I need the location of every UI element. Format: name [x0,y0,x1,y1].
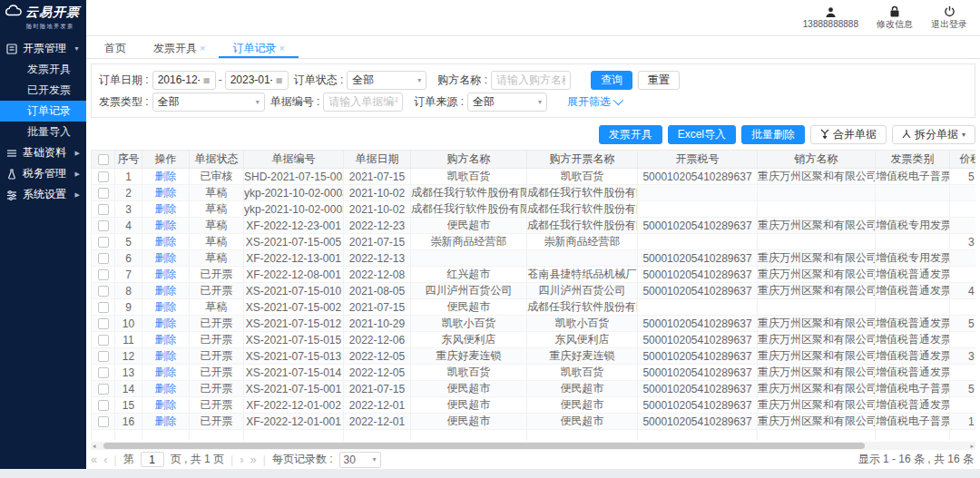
last-page-button[interactable]: » [250,453,257,466]
delete-link[interactable]: 删除 [155,300,177,313]
expand-filters-link[interactable]: 展开筛选 [567,94,621,110]
tab-home[interactable]: 首页 [91,36,140,58]
delete-link[interactable]: 删除 [155,202,177,215]
row-checkbox[interactable] [98,188,109,199]
row-checkbox[interactable] [98,351,109,362]
sidebar-item-order-records[interactable]: 订单记录 [0,101,86,122]
sidebar-item-batch-import[interactable]: 批量导入 [0,122,86,142]
doc-no-label: 单据编号 : [270,94,320,110]
logout-button[interactable]: 退出登录 [931,5,967,31]
delete-link[interactable]: 删除 [155,349,177,362]
batch-delete-button[interactable]: 批量删除 [741,125,805,144]
row-checkbox[interactable] [98,367,109,378]
delete-link[interactable]: 删除 [155,235,177,248]
row-checkbox[interactable] [98,253,109,264]
cell-amount: 3 [950,348,976,365]
delete-link[interactable]: 删除 [155,284,177,297]
row-checkbox[interactable] [98,302,109,313]
row-checkbox[interactable] [98,237,109,248]
date-to-input[interactable]: ▦ [225,71,289,90]
row-checkbox[interactable] [98,286,109,297]
sidebar-section-invoice-management[interactable]: 开票管理 ▼ [0,38,86,59]
sidebar-item-system-settings[interactable]: 系统设置 ▶ [0,184,86,205]
tab-order-records[interactable]: 订单记录× [219,36,298,58]
delete-link[interactable]: 删除 [155,333,177,346]
cell-status: 草稿 [190,185,244,201]
buyer-name-input[interactable] [491,71,571,90]
delete-link[interactable]: 删除 [155,170,177,182]
page-size-select[interactable]: 30 ▾ [339,452,381,468]
row-checkbox[interactable] [98,335,109,346]
issue-invoice-button[interactable]: 发票开具 [599,125,662,144]
calendar-icon: ▦ [276,76,283,84]
close-icon[interactable]: × [279,43,284,54]
merge-docs-button[interactable]: 合并单据 [810,125,887,144]
scroll-left-arrow[interactable]: ◂ [93,442,96,450]
doc-no-input[interactable] [323,93,403,112]
select-all-checkbox[interactable] [98,154,109,165]
user-phone[interactable]: 13888888888 [803,6,858,29]
excel-import-button[interactable]: Excel导入 [668,125,736,144]
delete-link[interactable]: 删除 [155,366,177,378]
delete-link[interactable]: 删除 [155,317,177,329]
first-page-button[interactable]: « [91,453,97,466]
cell-seller: 重庆万州区聚和有限公司 [758,218,876,234]
next-page-button[interactable]: › [240,453,243,466]
row-checkbox[interactable] [98,416,109,427]
page-count-label: 页 , 共 1 页 [171,452,224,467]
split-docs-button[interactable]: 拆分单据 ▾ [892,125,975,144]
sidebar-item-basic-data[interactable]: 基础资料 ▶ [0,142,86,163]
reset-button[interactable]: 重置 [638,71,680,90]
scrollbar-thumb[interactable] [103,443,865,449]
cell-doc-no: ykp-2021-10-02-0003 [244,185,344,201]
cell-no: 6 [115,250,142,267]
filler-cell [527,430,638,442]
order-source-select[interactable]: 全部▾ [467,93,547,112]
merge-icon [820,129,829,141]
table-row: 12删除已开票XS-2021-07-15-0132022-12-05重庆好麦连锁… [92,348,976,365]
page-number-input[interactable] [141,452,164,467]
close-icon[interactable]: × [200,43,205,54]
pagination-bar: « ‹ | 第 页 , 共 1 页 | › » | 每页记录数 : 30 ▾ 显… [91,450,975,469]
modify-info-button[interactable]: 修改信息 [877,5,913,31]
sidebar-item-tax-management[interactable]: 税务管理 ▶ [0,163,86,184]
row-checkbox[interactable] [98,400,109,411]
delete-link[interactable]: 删除 [155,415,177,427]
delete-link[interactable]: 删除 [155,268,177,280]
date-from-input[interactable]: ▦ [152,71,216,90]
delete-link[interactable]: 删除 [155,382,177,395]
sidebar-item-invoice-issue[interactable]: 发票开具 [0,59,86,80]
table-row: 5删除草稿XS-2021-07-15-0052021-07-15崇新商品经营部崇… [92,234,976,250]
row-checkbox[interactable] [98,204,109,215]
cell-tax-no [638,299,758,316]
row-checkbox[interactable] [98,318,109,329]
search-button[interactable]: 查询 [591,71,632,90]
row-checkbox[interactable] [98,269,109,280]
cell-actions: 删除 [142,169,190,185]
scroll-right-arrow[interactable]: ▸ [970,442,974,450]
cell-no: 11 [115,332,142,348]
row-checkbox-cell [92,218,115,234]
cell-no: 14 [115,381,142,397]
invoice-type-select[interactable]: 全部▾ [152,93,265,112]
sidebar-item-issued-invoices[interactable]: 已开发票 [0,80,86,101]
cell-date: 2022-12-01 [344,414,411,430]
filler-cell [950,430,976,442]
row-checkbox[interactable] [98,171,109,182]
delete-link[interactable]: 删除 [155,186,177,199]
prev-page-button[interactable]: ‹ [103,453,107,466]
order-status-select[interactable]: 全部▾ [347,71,426,90]
order-date-label: 订单日期 : [99,73,149,88]
cell-buyer-invoice: 四川泸州百货公司 [527,283,638,299]
row-checkbox[interactable] [98,384,109,395]
cell-date: 2022-12-05 [344,348,411,365]
delete-link[interactable]: 删除 [155,398,177,411]
delete-link[interactable]: 删除 [155,251,177,264]
delete-link[interactable]: 删除 [155,219,177,231]
tab-invoice-issue[interactable]: 发票开具× [140,36,219,58]
horizontal-scrollbar[interactable]: ◂ ▸ [91,442,975,450]
table-row: 2删除草稿ykp-2021-10-02-00032021-10-02成都任我行软… [92,185,976,201]
cell-buyer-invoice: 便民超市 [527,381,638,397]
row-checkbox[interactable] [98,220,109,231]
cell-no: 9 [115,299,142,316]
